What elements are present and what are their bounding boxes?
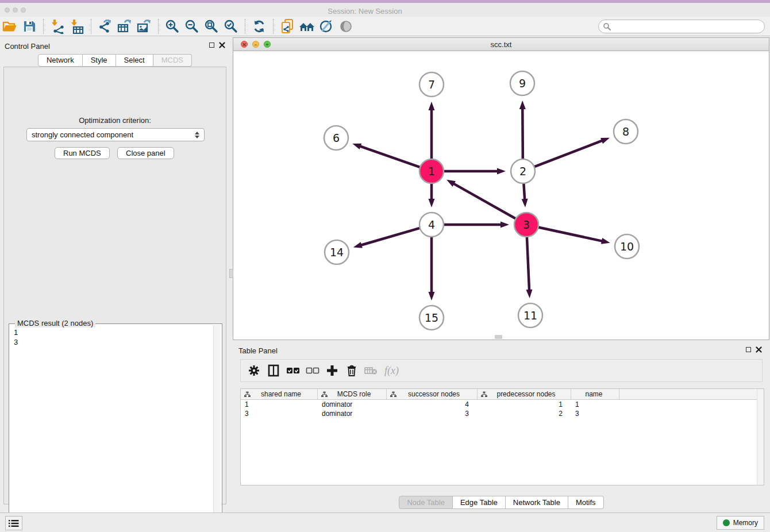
select-all-icon[interactable] xyxy=(284,362,302,379)
dropdown-stepper-icon xyxy=(195,132,199,138)
column-header-shared_name[interactable]: shared name xyxy=(241,389,318,399)
graph-edge-1-6[interactable] xyxy=(360,146,421,167)
column-header-mcds_role[interactable]: MCDS role xyxy=(318,389,387,399)
table-settings-gear-icon[interactable] xyxy=(245,362,263,379)
graph-edge-arrowhead xyxy=(500,222,509,228)
column-header-successor_nodes[interactable]: successor nodes xyxy=(387,389,478,399)
tab-select[interactable]: Select xyxy=(116,54,153,67)
control-panel-tabs: Network Style Select MCDS xyxy=(0,54,230,67)
node-table-header: shared nameMCDS rolesuccessor nodesprede… xyxy=(241,389,764,400)
style-brush-icon[interactable] xyxy=(317,18,336,35)
graph-edge-3-1[interactable] xyxy=(453,183,515,219)
tab-style[interactable]: Style xyxy=(83,54,116,67)
network-window-titlebar[interactable]: ✕ − + scc.txt xyxy=(233,38,769,51)
apply-layout-icon[interactable] xyxy=(249,18,269,35)
network-graph[interactable]: 7968124314101511 xyxy=(233,51,769,340)
graph-edge-arrowhead xyxy=(526,290,533,298)
add-column-icon[interactable] xyxy=(324,362,341,379)
mcds-result-list[interactable]: 1 3 xyxy=(14,327,18,347)
export-network-icon[interactable] xyxy=(95,18,115,35)
cell-mcds_role[interactable]: dominator xyxy=(318,400,387,409)
optimization-criterion-select[interactable]: strongly connected component xyxy=(26,128,205,141)
column-header-label: predecessor nodes xyxy=(487,390,571,398)
home-view-icon[interactable] xyxy=(297,18,317,35)
save-session-icon[interactable] xyxy=(20,18,39,35)
run-mcds-button[interactable]: Run MCDS xyxy=(55,147,110,159)
graph-node-label-6: 6 xyxy=(333,132,340,144)
graph-edge-2-8[interactable] xyxy=(534,140,603,167)
table-scrollbar[interactable] xyxy=(757,389,764,485)
export-table-icon[interactable] xyxy=(115,18,134,35)
tab-network-table[interactable]: Network Table xyxy=(506,496,568,509)
close-panel-icon[interactable] xyxy=(219,42,225,48)
graph-edge-2-9[interactable] xyxy=(522,108,523,159)
cell-name[interactable]: 3 xyxy=(571,409,619,418)
float-panel-icon[interactable] xyxy=(209,43,214,48)
mcds-result-title: MCDS result (2 nodes) xyxy=(15,319,95,327)
table-row[interactable]: 3dominator323 xyxy=(241,409,764,418)
cell-mcds_role[interactable]: dominator xyxy=(318,409,387,418)
control-panel: Control Panel Network Style Select MCDS … xyxy=(0,37,230,507)
open-session-icon[interactable] xyxy=(0,18,20,35)
tab-network[interactable]: Network xyxy=(38,54,83,67)
graph-edge-2-3[interactable] xyxy=(523,183,525,200)
delete-table-icon xyxy=(363,362,380,379)
search-field-wrap xyxy=(598,20,765,33)
list-icon xyxy=(9,519,19,527)
zoom-fit-icon[interactable] xyxy=(202,18,221,35)
zoom-out-icon[interactable] xyxy=(182,18,202,35)
export-image-icon[interactable] xyxy=(134,18,154,35)
graph-edge-3-10[interactable] xyxy=(538,227,603,241)
import-table-icon[interactable] xyxy=(67,18,87,35)
tab-edge-table[interactable]: Edge Table xyxy=(453,496,506,509)
delete-column-trash-icon[interactable] xyxy=(343,362,360,379)
memory-status-button[interactable]: Memory xyxy=(717,516,764,530)
cell-shared_name[interactable]: 1 xyxy=(241,400,318,409)
import-network-icon[interactable] xyxy=(48,18,67,35)
float-table-panel-icon[interactable] xyxy=(746,347,751,352)
function-builder-icon: f(x) xyxy=(384,365,399,377)
graph-edge-4-14[interactable] xyxy=(360,228,420,245)
column-header-name[interactable]: name xyxy=(571,389,619,399)
table-panel-header: Table Panel xyxy=(233,342,770,358)
cell-predecessor_nodes[interactable]: 2 xyxy=(478,409,571,418)
search-input[interactable] xyxy=(598,20,765,33)
cell-name[interactable]: 1 xyxy=(571,400,619,409)
column-header-predecessor_nodes[interactable]: predecessor nodes xyxy=(478,389,571,399)
status-bar: Memory xyxy=(0,512,770,532)
task-history-button[interactable] xyxy=(5,516,22,530)
graph-edge-arrowhead xyxy=(429,199,435,207)
result-scrollbar[interactable] xyxy=(213,325,221,532)
graph-node-label-8: 8 xyxy=(622,125,629,138)
graph-edge-arrowhead xyxy=(446,180,456,187)
memory-label: Memory xyxy=(733,519,758,527)
graph-node-label-4: 4 xyxy=(428,218,435,231)
graph-edge-arrowhead xyxy=(353,242,363,248)
cell-successor_nodes[interactable]: 4 xyxy=(387,400,478,409)
deselect-all-icon[interactable] xyxy=(304,362,321,379)
main-toolbar xyxy=(0,17,770,36)
column-header-label: shared name xyxy=(251,390,317,398)
copy-network-icon[interactable] xyxy=(278,18,297,35)
cell-successor_nodes[interactable]: 3 xyxy=(387,409,478,418)
close-table-panel-icon[interactable] xyxy=(756,346,762,353)
network-resize-grip[interactable] xyxy=(495,335,502,339)
cell-shared_name[interactable]: 3 xyxy=(241,409,318,418)
tab-node-table[interactable]: Node Table xyxy=(399,496,453,509)
close-panel-button[interactable]: Close panel xyxy=(117,147,174,159)
table-panel-tabs: Node Table Edge Table Network Table Moti… xyxy=(233,496,770,509)
show-columns-icon[interactable] xyxy=(265,362,282,379)
tab-mcds[interactable]: MCDS xyxy=(153,54,192,67)
graph-edge-arrowhead xyxy=(600,138,610,144)
column-tree-icon xyxy=(390,391,396,398)
tab-motifs[interactable]: Motifs xyxy=(568,496,604,509)
cell-predecessor_nodes[interactable]: 1 xyxy=(478,400,571,409)
show-hide-icon[interactable] xyxy=(336,18,356,35)
graph-node-label-9: 9 xyxy=(519,77,526,90)
zoom-selected-icon[interactable] xyxy=(221,18,241,35)
zoom-in-icon[interactable] xyxy=(163,18,182,35)
graph-edge-3-11[interactable] xyxy=(527,237,529,291)
table-row[interactable]: 1dominator411 xyxy=(241,400,764,409)
graph-edge-arrowhead xyxy=(601,238,610,244)
panel-splitter-handle[interactable] xyxy=(229,269,233,278)
